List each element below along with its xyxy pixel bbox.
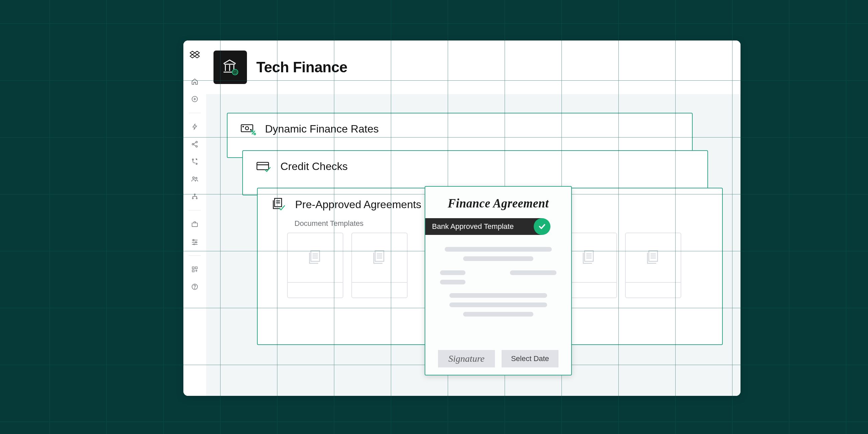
svg-point-5 — [196, 163, 197, 165]
svg-rect-15 — [192, 267, 194, 269]
svg-point-10 — [196, 198, 197, 199]
svg-point-25 — [251, 130, 253, 132]
sliders-icon[interactable] — [189, 236, 200, 247]
svg-point-22 — [245, 126, 249, 130]
svg-rect-17 — [192, 270, 194, 272]
svg-point-24 — [251, 129, 251, 130]
card-title: Dynamic Finance Rates — [265, 123, 379, 135]
card-title: Credit Checks — [280, 160, 348, 173]
briefcase-icon[interactable] — [189, 218, 200, 230]
help-icon[interactable] — [189, 281, 200, 292]
document-check-icon — [270, 198, 287, 211]
svg-rect-16 — [195, 267, 197, 269]
svg-point-9 — [192, 198, 193, 199]
home-icon[interactable] — [189, 76, 200, 87]
check-icon — [534, 218, 551, 235]
doc-body-lines — [440, 247, 557, 284]
svg-point-20 — [232, 69, 238, 74]
card-title: Pre-Approved Agreements — [295, 198, 421, 211]
card-check-icon — [255, 161, 272, 172]
template-thumb[interactable] — [625, 232, 681, 298]
svg-point-23 — [243, 126, 244, 127]
svg-rect-27 — [257, 162, 269, 169]
svg-point-14 — [193, 244, 195, 245]
svg-point-19 — [194, 288, 195, 288]
svg-point-8 — [194, 194, 195, 195]
signature-button[interactable]: Signature — [438, 350, 495, 367]
doc-title: Finance Agreement — [448, 196, 549, 211]
add-icon[interactable] — [189, 93, 200, 105]
template-thumb[interactable] — [351, 232, 408, 298]
sidebar-divider — [189, 113, 201, 113]
select-date-button[interactable]: Select Date — [502, 350, 558, 367]
svg-point-26 — [254, 133, 256, 134]
svg-point-7 — [195, 177, 197, 179]
brand-logo — [189, 49, 200, 61]
svg-point-13 — [195, 242, 197, 243]
org-icon[interactable] — [189, 191, 200, 202]
sidebar — [183, 40, 206, 396]
svg-rect-11 — [192, 223, 197, 226]
document-preview: Finance Agreement Bank Approved Template… — [425, 186, 572, 375]
doc-body-lines — [440, 293, 557, 316]
page-title: Tech Finance — [256, 59, 347, 75]
apps-icon[interactable] — [189, 264, 200, 275]
svg-point-4 — [192, 159, 194, 160]
svg-point-12 — [193, 240, 194, 241]
svg-point-6 — [193, 177, 195, 179]
bolt-icon[interactable] — [189, 121, 200, 132]
people-icon[interactable] — [189, 173, 200, 185]
sidebar-divider — [189, 210, 201, 211]
workflow-icon[interactable] — [189, 156, 200, 167]
share-icon[interactable] — [189, 138, 200, 150]
header: Tech Finance — [206, 40, 741, 94]
app-icon — [214, 51, 247, 84]
sidebar-divider — [189, 255, 201, 256]
money-percent-icon — [240, 123, 257, 135]
template-thumb[interactable] — [287, 232, 343, 298]
approved-badge: Bank Approved Template — [425, 218, 542, 235]
